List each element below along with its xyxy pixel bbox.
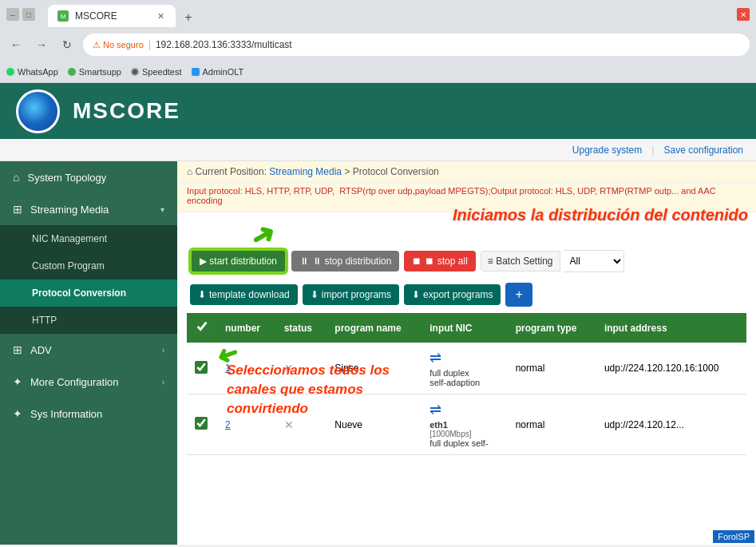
table-header-checkbox: [187, 313, 217, 343]
upgrade-system-link[interactable]: Upgrade system: [572, 145, 642, 156]
export-icon: ⬇: [412, 289, 420, 300]
minimize-btn[interactable]: –: [6, 8, 19, 21]
start-distribution-btn[interactable]: ▶ start distribution: [190, 249, 287, 273]
row2-program-type: normal: [508, 394, 596, 455]
row2-checkbox[interactable]: [195, 417, 208, 430]
forward-btn[interactable]: →: [32, 35, 51, 54]
breadcrumb-streaming-link[interactable]: Streaming Media: [269, 166, 342, 177]
grid-icon-streaming: ⊞: [13, 203, 22, 216]
table-header-row: number status program name input NIC pro…: [187, 313, 746, 343]
sidebar-item-http[interactable]: HTTP: [0, 307, 177, 334]
add-program-btn[interactable]: +: [505, 283, 532, 307]
row1-program-name: Sipse: [327, 343, 422, 394]
row2-program-name: Nueve: [327, 394, 422, 455]
breadcrumb-current-page: Protocol Conversion: [353, 166, 439, 177]
row1-program-type: normal: [508, 343, 596, 394]
bookmark-speedtest[interactable]: Speedtest: [131, 67, 182, 77]
new-tab-btn[interactable]: +: [179, 8, 198, 27]
sidebar-item-nic-management[interactable]: NIC Management: [0, 225, 177, 252]
row2-input-address: udp://224.120.12...: [596, 394, 746, 455]
sidebar-item-more-configuration[interactable]: ✦ More Configuration ›: [0, 366, 177, 398]
download-icon-template: ⬇: [198, 289, 206, 300]
home-breadcrumb-icon: ⌂: [187, 166, 192, 177]
table-row: 2 ✕ Nueve ⇌ eth1 [1000Mbps]: [187, 394, 746, 455]
sidebar-label-more-config: More Configuration: [30, 376, 119, 388]
table-header-input-address: input address: [596, 313, 746, 343]
batch-setting-label: ≡ Batch Setting: [481, 251, 560, 272]
address-input[interactable]: ⚠ No seguro | 192.168.203.136:3333/multi…: [83, 34, 750, 56]
tab-favicon: M: [57, 10, 69, 22]
template-download-btn[interactable]: ⬇ template download: [190, 284, 298, 305]
protocol-info-text: Input protocol: HLS, HTTP, RTP, UDP, RTS…: [187, 186, 716, 205]
sidebar-label-system-topology: System Topology: [27, 172, 106, 184]
nic-icon-row1: ⇌: [429, 349, 441, 367]
url-text: 192.168.203.136:3333/multicast: [156, 39, 292, 50]
stop-all-btn[interactable]: ⏹ ⏹ stop all: [404, 251, 475, 272]
refresh-btn[interactable]: ↻: [57, 35, 77, 54]
tab-label: MSCORE: [75, 10, 117, 22]
row2-input-nic: ⇌ eth1 [1000Mbps] full duplex self-: [422, 394, 507, 455]
app-toolbar: Upgrade system | Save configuration: [0, 139, 756, 161]
content-body: ➜ ▶ start distribution ⏸ ⏸ stop distribu…: [177, 212, 756, 463]
warning-icon: ⚠: [93, 40, 101, 50]
sidebar-item-adv[interactable]: ⊞ ADV ›: [0, 334, 177, 366]
app-header: MSCORE: [0, 83, 756, 139]
nic-icon-row2: ⇌: [429, 401, 441, 418]
row1-checkbox[interactable]: [195, 361, 208, 374]
row1-nic-mode: full duplexself-adaption: [429, 368, 499, 387]
browser-titlebar: – □ M MSCORE ✕ + ✕ ← → ↻ ⚠ No seguro | 1…: [0, 0, 756, 83]
bookmark-whatsapp[interactable]: WhatsApp: [6, 67, 58, 77]
main-content: ⌂ Current Position: Streaming Media > Pr…: [177, 161, 756, 545]
info-icon: ✦: [13, 407, 22, 420]
row1-input-address: udp://224.120.120.16:1000: [596, 343, 746, 394]
batch-setting-select[interactable]: All Selected: [564, 250, 624, 272]
batch-setting-group: ≡ Batch Setting All Selected: [481, 250, 624, 272]
sidebar-item-protocol-conversion[interactable]: Protocol Conversion: [0, 279, 177, 307]
breadcrumb: ⌂ Current Position: Streaming Media > Pr…: [177, 161, 756, 183]
sidebar-item-system-topology[interactable]: ⌂ System Topology: [0, 161, 177, 193]
stop-icon: ⏹: [412, 256, 422, 267]
sidebar-submenu-streaming: NIC Management Custom Program Protocol C…: [0, 225, 177, 334]
security-warning: ⚠ No seguro: [93, 40, 144, 50]
select-all-checkbox[interactable]: [195, 319, 209, 334]
import-programs-btn[interactable]: ⬇ import programs: [303, 284, 399, 305]
sidebar-item-streaming-media[interactable]: ⊞ Streaming Media ▾: [0, 193, 177, 225]
sidebar-label-adv: ADV: [30, 344, 52, 356]
window-controls: – □: [6, 8, 35, 21]
sidebar: ⌂ System Topology ⊞ Streaming Media ▾ NI…: [0, 161, 177, 545]
home-icon: ⌂: [13, 171, 19, 184]
action-bar-row2: ⬇ template download ⬇ import programs ⬇ …: [187, 279, 746, 313]
browser-tab[interactable]: M MSCORE ✕: [48, 5, 176, 27]
address-bar: ← → ↻ ⚠ No seguro | 192.168.203.136:3333…: [0, 29, 756, 61]
adminolt-icon: [192, 68, 200, 76]
table-header-program-name: program name: [327, 313, 422, 343]
protocol-info: Input protocol: HLS, HTTP, RTP, UDP, RTS…: [177, 183, 756, 212]
row1-checkbox-cell: [187, 343, 217, 394]
row2-number: 2: [217, 394, 276, 455]
bookmark-adminolt[interactable]: AdminOLT: [192, 67, 244, 77]
row1-status: ✕: [276, 343, 327, 394]
sidebar-item-custom-program[interactable]: Custom Program: [0, 252, 177, 279]
export-programs-btn[interactable]: ⬇ export programs: [404, 284, 501, 305]
action-bar-row1: ➜ ▶ start distribution ⏸ ⏸ stop distribu…: [187, 243, 746, 279]
tab-close-btn[interactable]: ✕: [155, 10, 166, 22]
programs-table: number status program name input NIC pro…: [187, 313, 746, 455]
close-btn[interactable]: ✕: [737, 8, 750, 21]
bookmark-smartsupp[interactable]: Smartsupp: [68, 67, 121, 77]
chevron-right-icon-more: ›: [162, 378, 164, 386]
app-title: MSCORE: [73, 98, 180, 124]
maximize-btn[interactable]: □: [22, 8, 35, 21]
gear-icon: ✦: [13, 375, 22, 388]
stop-distribution-btn[interactable]: ⏸ ⏸ stop distribution: [291, 251, 399, 272]
table-header-number: number: [217, 313, 276, 343]
forolsp-watermark: ForolSP: [713, 530, 754, 543]
smartsupp-icon: [68, 68, 76, 76]
sidebar-label-sys-info: Sys Information: [30, 408, 102, 420]
table-header-program-type: program type: [508, 313, 596, 343]
sidebar-label-streaming-media: Streaming Media: [30, 204, 109, 216]
row1-number: 1: [217, 343, 276, 394]
sidebar-item-sys-information[interactable]: ✦ Sys Information: [0, 398, 177, 430]
row2-checkbox-cell: [187, 394, 217, 455]
save-configuration-link[interactable]: Save configuration: [664, 145, 743, 156]
back-btn[interactable]: ←: [6, 35, 26, 54]
